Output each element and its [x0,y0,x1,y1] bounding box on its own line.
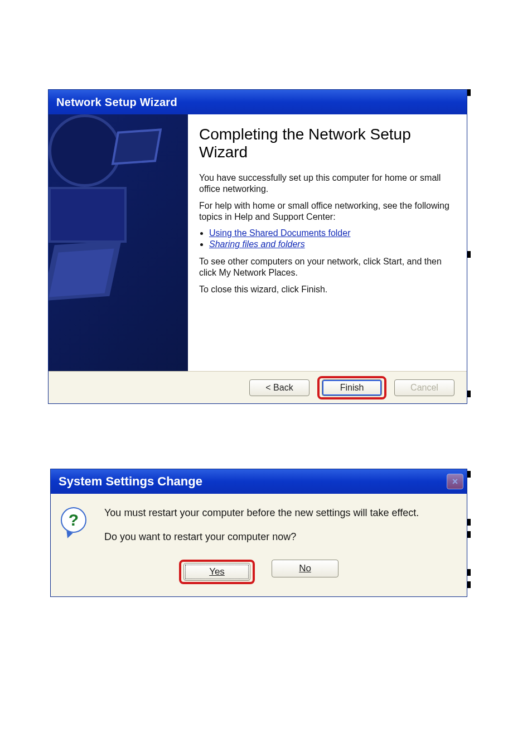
wizard-paragraph-success: You have successfully set up this comput… [199,172,454,195]
confirm-button-row: Yes No [51,560,467,596]
sidebar-computers-icon [112,128,162,165]
system-settings-change-dialog: System Settings Change × ? You must rest… [50,469,467,597]
link-shared-documents-folder[interactable]: Using the Shared Documents folder [209,228,350,238]
confirm-title-text: System Settings Change [59,474,202,489]
page-artifact-marks [467,251,471,263]
confirm-message: You must restart your computer before th… [104,507,419,555]
page-artifact-marks [467,519,471,543]
back-button[interactable]: < Back [249,379,309,396]
yes-button[interactable]: Yes [183,563,250,581]
finish-button-highlight: Finish [317,376,386,399]
link-sharing-files-and-folders[interactable]: Sharing files and folders [209,239,305,249]
yes-button-highlight: Yes [179,560,255,584]
finish-button[interactable]: Finish [322,379,382,396]
wizard-close-hint: To close this wizard, click Finish. [199,284,454,295]
wizard-help-links-list: Using the Shared Documents folder Sharin… [209,228,454,249]
no-button[interactable]: No [272,560,338,577]
sidebar-documents-icon [49,240,122,301]
page-artifact-marks [467,89,471,102]
sidebar-globe-icon [49,114,121,187]
sidebar-printer-icon [49,187,127,243]
close-button[interactable]: × [447,474,463,489]
network-setup-wizard-dialog: Network Setup Wizard Completing the Netw… [48,89,467,404]
confirm-titlebar[interactable]: System Settings Change × [51,469,467,494]
confirm-message-line1: You must restart your computer before th… [104,507,419,519]
confirm-message-line2: Do you want to restart your computer now… [104,531,419,543]
confirm-body: ? You must restart your computer before … [51,494,467,560]
wizard-sidebar-image [49,114,188,371]
wizard-content: Completing the Network Setup Wizard You … [188,114,467,371]
no-button-label: No [299,563,311,574]
close-icon: × [452,476,458,488]
cancel-button: Cancel [394,379,454,396]
page-artifact-marks [467,471,471,483]
wizard-titlebar[interactable]: Network Setup Wizard [49,90,467,114]
question-icon: ? [61,507,90,536]
wizard-body: Completing the Network Setup Wizard You … [49,114,467,371]
page-artifact-marks [467,569,471,594]
wizard-button-row: < Back Finish Cancel [49,371,467,403]
wizard-paragraph-network-places: To see other computers on your network, … [199,256,454,278]
wizard-paragraph-help-intro: For help with home or small office netwo… [199,200,454,223]
wizard-heading: Completing the Network Setup Wizard [199,126,454,161]
wizard-title-text: Network Setup Wizard [56,96,177,109]
yes-button-label: Yes [209,566,225,577]
page-artifact-marks [467,391,471,403]
